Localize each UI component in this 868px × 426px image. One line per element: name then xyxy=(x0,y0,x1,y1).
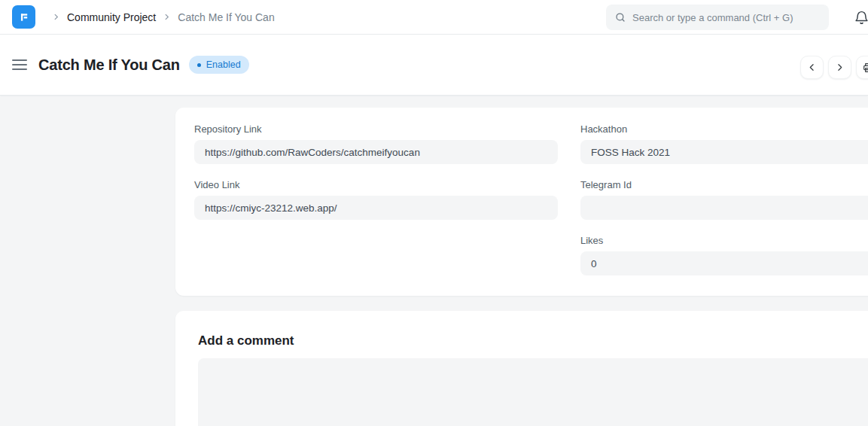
field-video-link: Video Link xyxy=(194,179,558,220)
field-label: Telegram Id xyxy=(580,179,868,190)
bell-icon xyxy=(854,10,868,26)
form-body: Repository Link Video Link Hackathon Tel… xyxy=(0,96,868,426)
telegram-id-input[interactable] xyxy=(580,196,868,220)
field-label: Video Link xyxy=(194,179,558,190)
comment-input[interactable] xyxy=(198,358,868,426)
chevron-left-icon xyxy=(806,62,818,73)
form-column-left: Repository Link Video Link xyxy=(194,123,558,291)
form-grid: Repository Link Video Link Hackathon Tel… xyxy=(194,123,868,291)
previous-document-button[interactable] xyxy=(800,56,824,79)
details-card: Repository Link Video Link Hackathon Tel… xyxy=(175,108,868,296)
field-likes: Likes xyxy=(580,235,868,275)
status-dot-icon xyxy=(197,63,201,67)
field-label: Hackathon xyxy=(580,123,868,135)
breadcrumb-community-project[interactable]: Community Project xyxy=(67,11,156,23)
likes-input[interactable] xyxy=(580,251,868,275)
navbar: Community Project Catch Me If You Can xyxy=(0,0,868,35)
chevron-right-icon xyxy=(163,13,171,21)
print-button[interactable] xyxy=(856,56,868,79)
hamburger-icon xyxy=(12,59,27,61)
form-column-right: Hackathon Telegram Id Likes xyxy=(580,123,868,291)
field-repository-link: Repository Link xyxy=(194,123,558,164)
search-input[interactable] xyxy=(632,12,820,23)
chevron-right-icon xyxy=(834,62,845,73)
field-label: Repository Link xyxy=(194,123,558,135)
field-telegram-id: Telegram Id xyxy=(580,179,868,220)
field-hackathon: Hackathon xyxy=(580,123,868,164)
video-link-input[interactable] xyxy=(194,196,558,220)
breadcrumb-current-doc[interactable]: Catch Me If You Can xyxy=(178,11,274,23)
notifications-button[interactable] xyxy=(852,8,868,27)
frappe-logo-glyph xyxy=(17,11,31,24)
comments-heading: Add a comment xyxy=(198,333,868,348)
page-title: Catch Me If You Can xyxy=(38,56,180,74)
comments-card: Add a comment xyxy=(175,311,868,426)
frappe-logo[interactable] xyxy=(12,5,35,29)
field-label: Likes xyxy=(580,235,868,246)
global-search[interactable] xyxy=(606,5,829,30)
status-label: Enabled xyxy=(206,59,241,70)
chevron-right-icon xyxy=(52,13,60,21)
repository-link-input[interactable] xyxy=(194,140,558,164)
printer-icon xyxy=(862,62,868,74)
search-icon xyxy=(615,12,626,23)
status-badge: Enabled xyxy=(189,56,249,74)
sidebar-toggle-button[interactable] xyxy=(12,55,32,75)
hackathon-input[interactable] xyxy=(580,140,868,164)
page-head: Catch Me If You Can Enabled xyxy=(0,35,868,96)
next-document-button[interactable] xyxy=(828,56,851,79)
head-actions xyxy=(800,56,868,79)
